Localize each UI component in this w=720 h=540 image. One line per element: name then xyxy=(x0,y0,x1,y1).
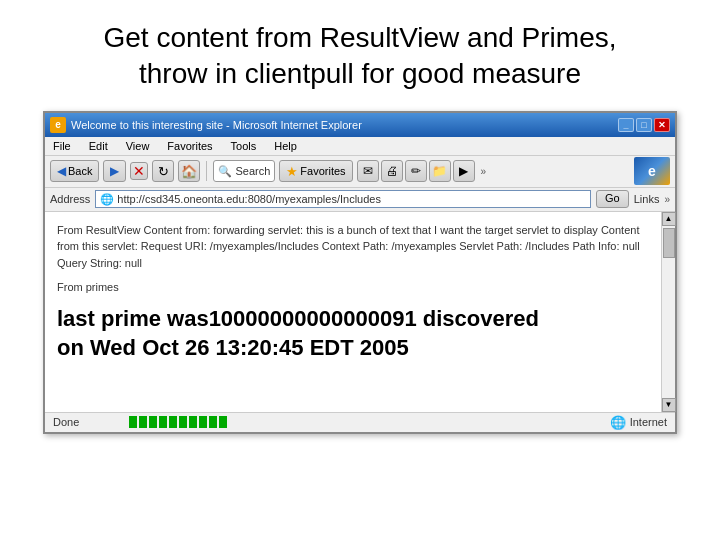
search-icon: 🔍 xyxy=(218,165,232,178)
go-button[interactable]: Go xyxy=(596,190,629,208)
mail-icon[interactable]: ✉ xyxy=(357,160,379,182)
browser-app-icon: e xyxy=(50,117,66,133)
browser-window: e Welcome to this interesting site - Mic… xyxy=(43,111,677,434)
search-box[interactable]: 🔍 Search xyxy=(213,160,275,182)
favorites-button[interactable]: ★ Favorites xyxy=(279,160,352,182)
titlebar-buttons: _ □ ✕ xyxy=(618,118,670,132)
status-progress-bar xyxy=(129,416,227,428)
scroll-up-button[interactable]: ▲ xyxy=(662,212,676,226)
progress-seg-3 xyxy=(149,416,157,428)
browser-title-text: Welcome to this interesting site - Micro… xyxy=(71,119,362,131)
progress-seg-8 xyxy=(199,416,207,428)
status-zone: 🌐 Internet xyxy=(610,415,667,430)
progress-seg-5 xyxy=(169,416,177,428)
content-paragraph: From ResultView Content from: forwarding… xyxy=(57,222,649,272)
zone-label: Internet xyxy=(630,416,667,428)
address-field[interactable]: 🌐 http://csd345.oneonta.edu:8080/myexamp… xyxy=(95,190,591,208)
close-button[interactable]: ✕ xyxy=(654,118,670,132)
progress-seg-1 xyxy=(129,416,137,428)
menu-file[interactable]: File xyxy=(50,139,74,153)
browser-titlebar: e Welcome to this interesting site - Mic… xyxy=(45,113,675,137)
links-extend-icon[interactable]: » xyxy=(664,194,670,205)
progress-seg-7 xyxy=(189,416,197,428)
slide-title-line1: Get content from ResultView and Primes, xyxy=(103,22,616,53)
browser-menubar: File Edit View Favorites Tools Help xyxy=(45,137,675,156)
toolbar-extend-icon[interactable]: » xyxy=(479,166,489,177)
search-label: Search xyxy=(235,165,270,177)
edit-icon[interactable]: ✏ xyxy=(405,160,427,182)
back-arrow-icon: ◀ xyxy=(57,164,66,178)
forward-arrow-icon: ▶ xyxy=(110,164,119,178)
slide-title-line2: throw in clientpull for good measure xyxy=(139,58,581,89)
menu-help[interactable]: Help xyxy=(271,139,300,153)
slide-title: Get content from ResultView and Primes, … xyxy=(40,20,680,93)
toolbar-separator xyxy=(206,161,207,181)
browser-scrollbar: ▲ ▼ xyxy=(661,212,675,412)
scroll-thumb[interactable] xyxy=(663,228,675,258)
home-button[interactable]: 🏠 xyxy=(178,160,200,182)
scroll-down-button[interactable]: ▼ xyxy=(662,398,676,412)
content-big-line2: on Wed Oct 26 13:20:45 EDT 2005 xyxy=(57,334,649,363)
content-big-text: last prime was10000000000000091 discover… xyxy=(57,305,649,362)
titlebar-left: e Welcome to this interesting site - Mic… xyxy=(50,117,362,133)
content-from-primes: From primes xyxy=(57,281,649,293)
slide-container: Get content from ResultView and Primes, … xyxy=(0,0,720,540)
go-label: Go xyxy=(605,192,620,204)
refresh-button[interactable]: ↻ xyxy=(152,160,174,182)
print-icon[interactable]: 🖨 xyxy=(381,160,403,182)
address-url: http://csd345.oneonta.edu:8080/myexample… xyxy=(117,193,381,205)
browser-statusbar: Done 🌐 Internet xyxy=(45,412,675,432)
minimize-button[interactable]: _ xyxy=(618,118,634,132)
back-button[interactable]: ◀ Back xyxy=(50,160,99,182)
stop-button[interactable]: ✕ xyxy=(130,162,148,180)
status-text: Done xyxy=(53,416,79,428)
address-label: Address xyxy=(50,193,90,205)
toolbar-icons: ✉ 🖨 ✏ 📁 ▶ xyxy=(357,160,475,182)
progress-seg-6 xyxy=(179,416,187,428)
folder-icon[interactable]: 📁 xyxy=(429,160,451,182)
menu-tools[interactable]: Tools xyxy=(228,139,260,153)
menu-view[interactable]: View xyxy=(123,139,153,153)
browser-content-wrapper: From ResultView Content from: forwarding… xyxy=(45,212,675,412)
links-label: Links xyxy=(634,193,660,205)
star-icon: ★ xyxy=(286,164,298,179)
globe-icon: 🌐 xyxy=(610,415,626,430)
ie-logo: e xyxy=(634,157,670,185)
menu-favorites[interactable]: Favorites xyxy=(164,139,215,153)
back-label: Back xyxy=(68,165,92,177)
media-icon[interactable]: ▶ xyxy=(453,160,475,182)
browser-toolbar: ◀ Back ▶ ✕ ↻ 🏠 🔍 Search ★ Favorites ✉ 🖨 … xyxy=(45,156,675,188)
favorites-label: Favorites xyxy=(300,165,345,177)
address-security-icon: 🌐 xyxy=(100,193,114,206)
progress-seg-2 xyxy=(139,416,147,428)
browser-addressbar: Address 🌐 http://csd345.oneonta.edu:8080… xyxy=(45,188,675,212)
content-big-line1: last prime was10000000000000091 discover… xyxy=(57,305,649,334)
forward-button[interactable]: ▶ xyxy=(103,160,126,182)
progress-seg-9 xyxy=(209,416,217,428)
browser-content: From ResultView Content from: forwarding… xyxy=(45,212,661,412)
maximize-button[interactable]: □ xyxy=(636,118,652,132)
progress-seg-10 xyxy=(219,416,227,428)
menu-edit[interactable]: Edit xyxy=(86,139,111,153)
progress-seg-4 xyxy=(159,416,167,428)
